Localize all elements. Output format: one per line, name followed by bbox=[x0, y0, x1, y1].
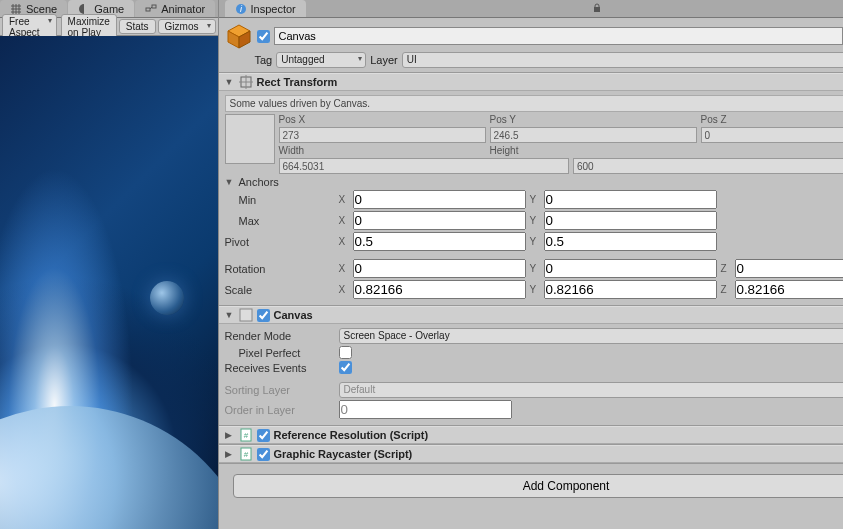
gameobject-active-checkbox[interactable] bbox=[257, 30, 270, 43]
foldout-closed-icon: ▶ bbox=[225, 449, 235, 459]
anchor-min-y[interactable] bbox=[544, 190, 717, 209]
svg-line-8 bbox=[150, 7, 152, 9]
anchor-preset-button[interactable] bbox=[225, 114, 275, 164]
pivot-label: Pivot bbox=[225, 236, 335, 248]
tab-animator[interactable]: Animator bbox=[135, 0, 215, 17]
foldout-open-icon: ▼ bbox=[225, 77, 235, 87]
tab-animator-label: Animator bbox=[161, 3, 205, 15]
anchor-max-label: Max bbox=[225, 215, 335, 227]
planet-small bbox=[150, 281, 184, 315]
svg-rect-6 bbox=[146, 8, 150, 11]
game-toolbar: Free Aspect Maximize on Play Stats Gizmo… bbox=[0, 18, 218, 36]
pixelperfect-checkbox[interactable] bbox=[339, 346, 352, 359]
rect-transform-icon bbox=[239, 75, 253, 89]
script-icon: # bbox=[239, 428, 253, 442]
rect-transform-title: Rect Transform bbox=[257, 76, 844, 88]
scale-z[interactable] bbox=[735, 280, 844, 299]
raycaster-header[interactable]: ▶ # Graphic Raycaster (Script) ⚙▾ bbox=[219, 445, 844, 463]
rot-x[interactable] bbox=[353, 259, 526, 278]
component-graphic-raycaster: ▶ # Graphic Raycaster (Script) ⚙▾ bbox=[219, 445, 844, 464]
rendermode-label: Render Mode bbox=[225, 330, 335, 342]
tag-label: Tag bbox=[255, 54, 273, 66]
layer-value: UI bbox=[407, 54, 417, 65]
refres-title: Reference Resolution (Script) bbox=[274, 429, 844, 441]
rot-z[interactable] bbox=[735, 259, 844, 278]
posy-label: Pos Y bbox=[490, 114, 697, 125]
tab-scene-label: Scene bbox=[26, 3, 57, 15]
canvas-icon bbox=[239, 308, 253, 322]
game-viewport: GUI Demo Continue New Game Settings Quit bbox=[0, 36, 218, 529]
sorting-dropdown: Default bbox=[339, 382, 844, 398]
tab-inspector-label: Inspector bbox=[251, 3, 296, 15]
tag-value: Untagged bbox=[281, 54, 324, 65]
component-rect-transform: ▼ Rect Transform ⚙▾ Some values driven b… bbox=[219, 73, 844, 306]
raycaster-title: Graphic Raycaster (Script) bbox=[274, 448, 844, 460]
layer-dropdown[interactable]: UI bbox=[402, 52, 843, 68]
add-component-button[interactable]: Add Component bbox=[233, 474, 844, 498]
pixelperfect-label: Pixel Perfect bbox=[225, 347, 335, 359]
anchor-min-label: Min bbox=[225, 194, 335, 206]
posz-input[interactable] bbox=[701, 127, 844, 143]
scale-x[interactable] bbox=[353, 280, 526, 299]
width-label: Width bbox=[279, 145, 486, 156]
refres-enable-checkbox[interactable] bbox=[257, 429, 270, 442]
gameobject-name-input[interactable] bbox=[274, 27, 843, 45]
rendermode-value: Screen Space - Overlay bbox=[344, 330, 450, 341]
sorting-label: Sorting Layer bbox=[225, 384, 335, 396]
height-input[interactable] bbox=[573, 158, 843, 174]
rect-transform-header[interactable]: ▼ Rect Transform ⚙▾ bbox=[219, 73, 844, 91]
gameobject-cube-icon bbox=[225, 22, 253, 50]
foldout-open-icon: ▼ bbox=[225, 310, 235, 320]
order-input bbox=[339, 400, 512, 419]
pacman-icon bbox=[78, 3, 90, 15]
rotation-label: Rotation bbox=[225, 263, 335, 275]
tab-inspector[interactable]: i Inspector bbox=[225, 0, 306, 17]
posx-input[interactable] bbox=[279, 127, 486, 143]
order-label: Order in Layer bbox=[225, 404, 335, 416]
info-icon: i bbox=[235, 3, 247, 15]
layer-label: Layer bbox=[370, 54, 398, 66]
anchor-max-x[interactable] bbox=[353, 211, 526, 230]
scene-grid-icon bbox=[10, 3, 22, 15]
pivot-y[interactable] bbox=[544, 232, 717, 251]
scale-y[interactable] bbox=[544, 280, 717, 299]
rendermode-dropdown[interactable]: Screen Space - Overlay bbox=[339, 328, 844, 344]
gizmos-label: Gizmos bbox=[165, 21, 199, 32]
inspector-tabbar: i Inspector ▤≡ bbox=[219, 0, 844, 18]
component-canvas: ▼ Canvas ⚙▾ Render ModeScreen Space - Ov… bbox=[219, 306, 844, 426]
rot-y[interactable] bbox=[544, 259, 717, 278]
posx-label: Pos X bbox=[279, 114, 486, 125]
graph-icon bbox=[145, 3, 157, 15]
canvas-title: Canvas bbox=[274, 309, 844, 321]
component-reference-resolution: ▶ # Reference Resolution (Script) ⚙▾ bbox=[219, 426, 844, 445]
script-icon: # bbox=[239, 447, 253, 461]
canvas-enable-checkbox[interactable] bbox=[257, 309, 270, 322]
pivot-x[interactable] bbox=[353, 232, 526, 251]
posy-input[interactable] bbox=[490, 127, 697, 143]
raycaster-enable-checkbox[interactable] bbox=[257, 448, 270, 461]
width-input[interactable] bbox=[279, 158, 570, 174]
lock-icon[interactable] bbox=[592, 3, 602, 15]
receives-checkbox[interactable] bbox=[339, 361, 352, 374]
posz-label: Pos Z bbox=[701, 114, 844, 125]
anchor-min-x[interactable] bbox=[353, 190, 526, 209]
scale-label: Scale bbox=[225, 284, 335, 296]
tag-dropdown[interactable]: Untagged bbox=[276, 52, 366, 68]
svg-rect-11 bbox=[594, 7, 600, 12]
sorting-value: Default bbox=[344, 384, 376, 395]
foldout-closed-icon: ▶ bbox=[225, 430, 235, 440]
stats-toggle[interactable]: Stats bbox=[119, 19, 156, 34]
refres-header[interactable]: ▶ # Reference Resolution (Script) ⚙▾ bbox=[219, 426, 844, 444]
rect-driven-note: Some values driven by Canvas. bbox=[225, 95, 844, 112]
tab-game-label: Game bbox=[94, 3, 124, 15]
canvas-header[interactable]: ▼ Canvas ⚙▾ bbox=[219, 306, 844, 324]
stats-label: Stats bbox=[126, 21, 149, 32]
receives-label: Receives Events bbox=[225, 362, 335, 374]
svg-text:#: # bbox=[243, 431, 248, 440]
svg-text:#: # bbox=[243, 450, 248, 459]
anchor-max-y[interactable] bbox=[544, 211, 717, 230]
game-panel: Scene Game Animator Free Aspect Maximize… bbox=[0, 0, 219, 529]
foldout-open-icon: ▼ bbox=[225, 177, 235, 187]
svg-rect-18 bbox=[240, 309, 252, 321]
gizmos-dropdown[interactable]: Gizmos bbox=[158, 19, 216, 34]
